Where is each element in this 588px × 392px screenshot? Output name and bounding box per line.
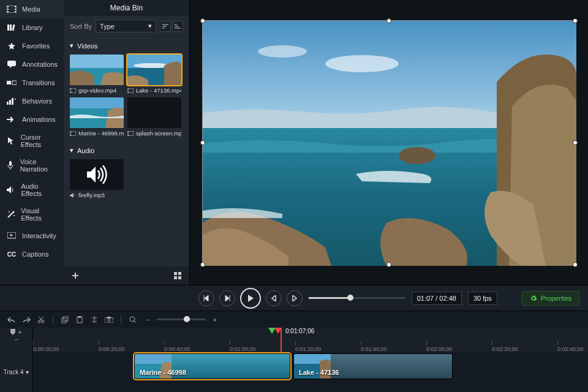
svg-rect-4 bbox=[15, 6, 16, 7]
sidebar-item-animations[interactable]: Animations bbox=[0, 110, 64, 129]
sidebar-item-audio-effects[interactable]: Audio Effects bbox=[0, 178, 64, 202]
section-audio-header[interactable]: ▾ Audio bbox=[64, 141, 189, 159]
redo-button[interactable] bbox=[21, 314, 32, 325]
split-button[interactable] bbox=[89, 314, 100, 325]
section-videos-header[interactable]: ▾ Videos bbox=[64, 37, 189, 55]
sort-dropdown[interactable]: Type ▾ bbox=[96, 20, 156, 32]
gear-icon bbox=[530, 295, 537, 302]
sort-desc-button[interactable] bbox=[172, 21, 183, 32]
svg-point-16 bbox=[15, 99, 16, 100]
svg-rect-43 bbox=[174, 276, 177, 279]
audio-icon bbox=[70, 193, 76, 198]
video-thumb[interactable]: Lake - 47136.mp4 bbox=[127, 55, 181, 94]
svg-point-18 bbox=[13, 211, 15, 213]
sidebar-item-favorites[interactable]: Favorites bbox=[0, 37, 64, 55]
next-frame-button[interactable] bbox=[219, 290, 235, 306]
resize-handle[interactable] bbox=[200, 140, 205, 145]
play-button[interactable] bbox=[240, 288, 261, 309]
zoom-fit-button[interactable] bbox=[127, 314, 138, 325]
sidebar-item-library[interactable]: Library bbox=[0, 18, 64, 37]
ruler-tick: 0:00:40;00 bbox=[164, 346, 190, 352]
video-thumb[interactable]: Marine - 46998.mp4 bbox=[70, 97, 124, 137]
resize-handle[interactable] bbox=[386, 262, 391, 267]
marker-icon[interactable] bbox=[10, 329, 15, 335]
step-back-button[interactable] bbox=[266, 290, 282, 306]
svg-rect-36 bbox=[70, 132, 72, 133]
caret-down-icon: ▾ bbox=[70, 146, 74, 154]
zoom-out-button[interactable]: − bbox=[142, 314, 153, 325]
preview-canvas[interactable] bbox=[202, 20, 576, 265]
svg-rect-41 bbox=[174, 272, 177, 275]
sidebar-item-label: Cursor Effects bbox=[21, 134, 58, 148]
sidebar-item-visual-effects[interactable]: Visual Effects bbox=[0, 202, 64, 227]
audio-thumb[interactable]: firefly.mp3 bbox=[70, 159, 124, 198]
zoom-slider[interactable] bbox=[157, 318, 206, 320]
svg-rect-26 bbox=[70, 91, 72, 92]
star-icon bbox=[6, 42, 17, 50]
svg-rect-14 bbox=[9, 100, 11, 105]
speaker-icon bbox=[6, 186, 17, 194]
svg-point-47 bbox=[399, 147, 435, 164]
copy-button[interactable] bbox=[59, 314, 70, 325]
sidebar-item-voice-narration[interactable]: Voice Narration bbox=[0, 153, 64, 178]
ruler-tick: 0:00:20;00 bbox=[99, 346, 125, 352]
resize-handle[interactable] bbox=[200, 262, 205, 267]
clip-label: Lake - 47136 bbox=[294, 366, 344, 379]
chevron-down-icon: ▾ bbox=[148, 22, 152, 30]
resize-handle[interactable] bbox=[386, 18, 391, 23]
screenshot-button[interactable] bbox=[104, 314, 115, 325]
sidebar-item-annotations[interactable]: Annotations bbox=[0, 55, 64, 74]
undo-button[interactable] bbox=[6, 314, 17, 325]
scrub-bar[interactable] bbox=[309, 297, 405, 299]
timeline-clip[interactable]: Lake - 47136 bbox=[293, 353, 453, 379]
resize-handle[interactable] bbox=[573, 140, 578, 145]
videos-grid: gsp-video.mp4 Lake - 47136.mp4 Marine - … bbox=[64, 55, 189, 141]
sort-asc-button[interactable] bbox=[160, 21, 171, 32]
resize-handle[interactable] bbox=[573, 262, 578, 267]
sidebar-item-interactivity[interactable]: Interactivity bbox=[0, 227, 64, 245]
fps-display[interactable]: 30 fps bbox=[468, 292, 497, 305]
ruler-tick: 0:02:40;00 bbox=[557, 346, 584, 352]
sort-value: Type bbox=[100, 23, 115, 30]
resize-handle[interactable] bbox=[573, 18, 578, 23]
sidebar-item-captions[interactable]: CC Captions bbox=[0, 245, 64, 263]
sidebar-item-label: Animations bbox=[22, 116, 55, 123]
sidebar-item-behaviors[interactable]: Behaviors bbox=[0, 92, 64, 110]
zoom-in-button[interactable]: + bbox=[209, 314, 221, 325]
grid-view-button[interactable] bbox=[172, 270, 183, 281]
captions-icon: CC bbox=[6, 250, 17, 258]
cut-button[interactable] bbox=[36, 314, 47, 325]
svg-rect-15 bbox=[12, 98, 13, 105]
video-icon bbox=[127, 131, 134, 136]
timeline-tracks[interactable]: Marine - 46998 Lake - 47136 bbox=[33, 352, 588, 392]
svg-rect-40 bbox=[128, 134, 129, 135]
sidebar-item-label: Transitions bbox=[22, 79, 55, 86]
mic-icon bbox=[6, 161, 15, 170]
svg-rect-6 bbox=[15, 11, 16, 12]
add-media-button[interactable] bbox=[70, 270, 81, 281]
video-thumb[interactable]: splash-screen.mp4 bbox=[127, 97, 181, 137]
video-icon bbox=[127, 88, 134, 93]
paste-button[interactable] bbox=[74, 314, 85, 325]
sidebar-item-label: Audio Effects bbox=[21, 183, 58, 197]
resize-handle[interactable] bbox=[200, 18, 205, 23]
timeline-clip[interactable]: Marine - 46998 bbox=[134, 353, 290, 379]
sidebar-item-transitions[interactable]: Transitions bbox=[0, 74, 64, 92]
svg-rect-10 bbox=[7, 61, 16, 66]
video-thumb[interactable]: gsp-video.mp4 bbox=[70, 55, 124, 94]
sidebar-item-media[interactable]: Media bbox=[0, 0, 64, 18]
clip-label: Marine - 46998 bbox=[135, 366, 191, 379]
svg-rect-32 bbox=[128, 91, 129, 92]
track-label[interactable]: Track 4 ▾ bbox=[0, 352, 32, 392]
sidebar-item-label: Media bbox=[22, 6, 40, 13]
add-track-button[interactable]: + bbox=[18, 328, 21, 336]
svg-rect-42 bbox=[178, 272, 181, 275]
prev-frame-button[interactable] bbox=[198, 290, 214, 306]
track-add-remove: + − bbox=[0, 328, 32, 342]
audio-grid: firefly.mp3 bbox=[64, 159, 189, 203]
sidebar-item-cursor-effects[interactable]: Cursor Effects bbox=[0, 129, 64, 153]
properties-button[interactable]: Properties bbox=[522, 291, 579, 306]
step-forward-button[interactable] bbox=[287, 290, 303, 306]
sidebar-item-label: Visual Effects bbox=[21, 207, 58, 222]
timeline-ruler[interactable]: 0:01:07;06 0:00:00;000:00:20;000:00:40;0… bbox=[33, 328, 588, 352]
